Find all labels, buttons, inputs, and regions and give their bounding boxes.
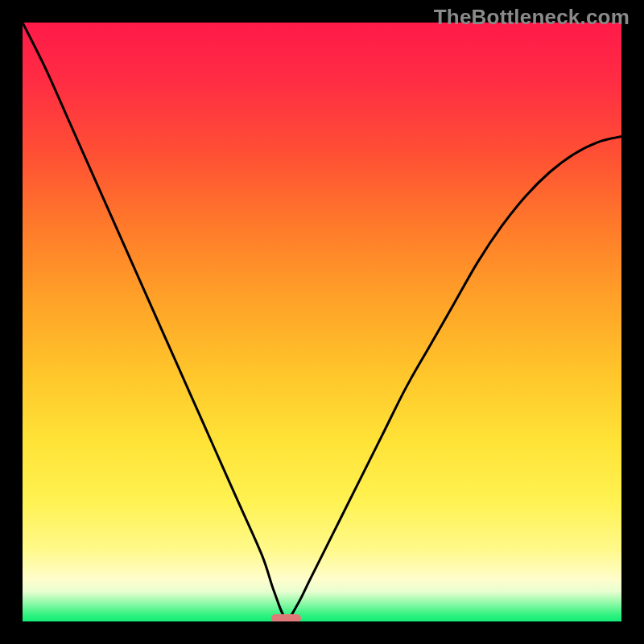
- plot-area: [23, 23, 621, 621]
- optimal-marker: [271, 614, 301, 621]
- bottleneck-curve: [23, 23, 621, 621]
- chart-canvas: TheBottleneck.com: [0, 0, 644, 644]
- watermark-label: TheBottleneck.com: [434, 5, 630, 30]
